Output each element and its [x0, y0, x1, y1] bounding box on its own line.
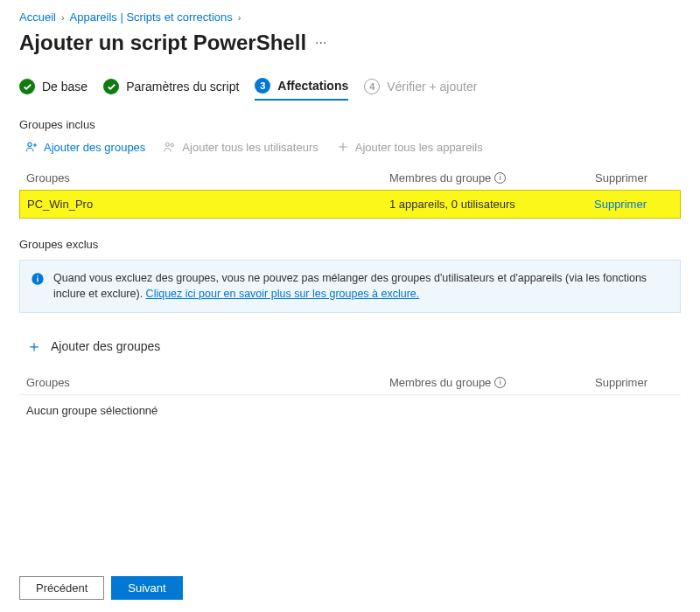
add-excluded-groups-button[interactable]: ＋ Ajouter des groupes — [19, 330, 681, 362]
breadcrumb-devices[interactable]: Appareils | Scripts et corrections — [70, 10, 233, 24]
group-members: 1 appareils, 0 utilisateurs — [389, 198, 594, 211]
step-assign-label: Affectations — [277, 79, 348, 93]
exclude-learn-more-link[interactable]: Cliquez ici pour en savoir plus sur les … — [146, 288, 420, 300]
add-excluded-groups-label: Ajouter des groupes — [51, 339, 160, 353]
svg-rect-4 — [37, 278, 38, 282]
col-remove: Supprimer — [595, 171, 674, 184]
table-row[interactable]: PC_Win_Pro 1 appareils, 0 utilisateurs S… — [19, 190, 681, 219]
plus-icon: ＋ — [26, 336, 42, 357]
exclude-info-text: Quand vous excluez des groupes, vous ne … — [53, 271, 669, 302]
check-icon — [103, 79, 119, 94]
add-all-users-label: Ajouter tous les utilisateurs — [182, 141, 318, 154]
group-name: PC_Win_Pro — [27, 198, 389, 211]
add-groups-button[interactable]: Ajouter des groupes — [24, 140, 145, 154]
wizard-stepper: De base Paramètres du script 3 Affectati… — [19, 78, 681, 101]
step-script-settings[interactable]: Paramètres du script — [103, 79, 239, 100]
add-all-users-button: Ajouter tous les utilisateurs — [163, 140, 318, 154]
no-group-selected: Aucun groupe sélectionné — [19, 394, 681, 426]
col-groups: Groupes — [26, 376, 389, 389]
step-review-label: Vérifier + ajouter — [387, 80, 477, 94]
add-groups-label: Ajouter des groupes — [44, 141, 145, 154]
svg-point-2 — [171, 143, 173, 146]
info-icon — [31, 272, 45, 302]
remove-group-link[interactable]: Supprimer — [594, 198, 647, 211]
info-icon[interactable]: i — [494, 377, 506, 388]
chevron-right-icon: › — [61, 12, 65, 23]
step-script-label: Paramètres du script — [126, 80, 239, 94]
step-number-icon: 4 — [364, 79, 380, 94]
step-review[interactable]: 4 Vérifier + ajouter — [364, 79, 477, 100]
excluded-groups-heading: Groupes exclus — [19, 238, 681, 251]
breadcrumb-home[interactable]: Accueil — [19, 10, 56, 24]
col-members-label: Membres du groupe — [389, 171, 491, 184]
info-icon[interactable]: i — [494, 172, 506, 184]
col-groups: Groupes — [26, 171, 389, 184]
excluded-groups-table: Groupes Membres du groupe i Supprimer Au… — [19, 371, 681, 426]
svg-rect-5 — [37, 275, 38, 276]
svg-point-1 — [166, 143, 170, 146]
col-members: Membres du groupe i — [389, 171, 595, 184]
breadcrumb: Accueil › Appareils | Scripts et correct… — [19, 10, 681, 24]
add-all-devices-button: Ajouter tous les appareils — [336, 140, 483, 154]
page-title: Ajouter un script PowerShell ··· — [19, 31, 681, 55]
included-groups-table: Groupes Membres du groupe i Supprimer PC… — [19, 166, 681, 219]
step-basics-label: De base — [42, 80, 88, 94]
table-header: Groupes Membres du groupe i Supprimer — [19, 371, 681, 394]
people-icon — [163, 140, 177, 154]
more-icon[interactable]: ··· — [315, 35, 326, 51]
step-number-icon: 3 — [255, 78, 270, 94]
exclude-info-box: Quand vous excluez des groupes, vous ne … — [19, 260, 681, 313]
add-people-icon — [24, 140, 38, 154]
check-icon — [19, 79, 35, 94]
next-button[interactable]: Suivant — [111, 576, 182, 600]
previous-button[interactable]: Précédent — [19, 576, 104, 600]
add-all-devices-label: Ajouter tous les appareils — [355, 141, 483, 154]
col-remove: Supprimer — [595, 376, 674, 389]
page-title-text: Ajouter un script PowerShell — [19, 31, 306, 55]
col-members: Membres du groupe i — [389, 376, 595, 389]
chevron-right-icon: › — [238, 12, 242, 23]
table-header: Groupes Membres du groupe i Supprimer — [19, 166, 681, 190]
col-members-label: Membres du groupe — [389, 376, 491, 389]
included-commands: Ajouter des groupes Ajouter tous les uti… — [19, 140, 681, 154]
wizard-footer: Précédent Suivant — [0, 567, 700, 612]
step-assignments[interactable]: 3 Affectations — [255, 78, 348, 101]
step-basics[interactable]: De base — [19, 79, 88, 100]
included-groups-heading: Groupes inclus — [19, 118, 681, 131]
svg-point-0 — [28, 143, 32, 146]
plus-icon — [336, 140, 350, 154]
